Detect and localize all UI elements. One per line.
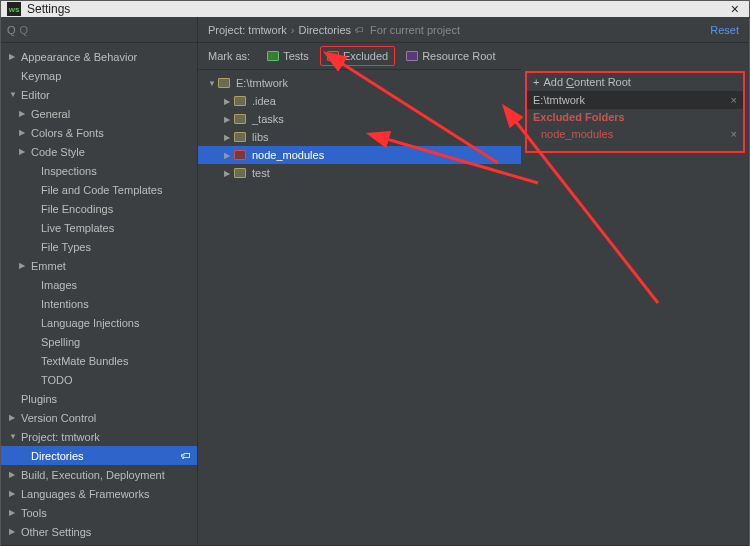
- mark-excluded-label: Excluded: [343, 50, 388, 62]
- dir-item--idea[interactable]: .idea: [198, 92, 521, 110]
- dir-item-test[interactable]: test: [198, 164, 521, 182]
- chevron-right-icon: [19, 128, 29, 137]
- sidebar-item-label: Emmet: [31, 260, 66, 272]
- sidebar-item-project-tmtwork[interactable]: Project: tmtwork: [1, 427, 197, 446]
- sidebar-item-label: Language Injections: [41, 317, 139, 329]
- sidebar-item-label: Colors & Fonts: [31, 127, 104, 139]
- dir-label: node_modules: [252, 149, 324, 161]
- sidebar-item-label: Directories: [31, 450, 84, 462]
- breadcrumb-page: Directories: [299, 24, 352, 36]
- sidebar-item-label: Languages & Frameworks: [21, 488, 149, 500]
- chevron-right-icon: [9, 527, 19, 536]
- chevron-right-icon: [224, 169, 234, 178]
- sidebar-item-label: File Encodings: [41, 203, 113, 215]
- add-content-root-button[interactable]: + Add Content Root: [527, 73, 743, 91]
- sidebar-item-images[interactable]: Images: [1, 275, 197, 294]
- window-title: Settings: [27, 2, 727, 16]
- chevron-down-icon: [9, 432, 19, 441]
- sidebar-item-directories[interactable]: Directories🏷: [1, 446, 197, 465]
- sidebar-item-code-style[interactable]: Code Style: [1, 142, 197, 161]
- remove-root-icon[interactable]: ×: [731, 94, 737, 106]
- sidebar-item-spelling[interactable]: Spelling: [1, 332, 197, 351]
- sidebar-item-label: Build, Execution, Deployment: [21, 469, 165, 481]
- sidebar-item-label: File Types: [41, 241, 91, 253]
- sidebar-item-language-injections[interactable]: Language Injections: [1, 313, 197, 332]
- sidebar-item-label: General: [31, 108, 70, 120]
- sidebar-item-languages-frameworks[interactable]: Languages & Frameworks: [1, 484, 197, 503]
- folder-icon: [234, 96, 246, 106]
- sidebar-item-intentions[interactable]: Intentions: [1, 294, 197, 313]
- title-bar: ws Settings ×: [1, 1, 749, 17]
- dir-label: test: [252, 167, 270, 179]
- sidebar-item-label: Live Templates: [41, 222, 114, 234]
- mark-resource-label: Resource Root: [422, 50, 495, 62]
- mark-excluded-button[interactable]: Excluded: [320, 46, 395, 66]
- sidebar-item-general[interactable]: General: [1, 104, 197, 123]
- reset-link[interactable]: Reset: [710, 24, 739, 36]
- dir-item-node-modules[interactable]: node_modules: [198, 146, 521, 164]
- chevron-right-icon: [224, 151, 234, 160]
- sidebar-item-editor[interactable]: Editor: [1, 85, 197, 104]
- mark-resource-button[interactable]: Resource Root: [399, 46, 502, 66]
- project-scope-icon: 🏷: [181, 450, 191, 461]
- sidebar-item-inspections[interactable]: Inspections: [1, 161, 197, 180]
- sidebar-item-label: Code Style: [31, 146, 85, 158]
- chevron-right-icon: [224, 115, 234, 124]
- mark-tests-label: Tests: [283, 50, 309, 62]
- content-root-path-label: E:\tmtwork: [533, 94, 585, 106]
- sidebar-item-emmet[interactable]: Emmet: [1, 256, 197, 275]
- sidebar-item-todo[interactable]: TODO: [1, 370, 197, 389]
- sidebar-item-label: Editor: [21, 89, 50, 101]
- content-roots-panel: + Add Content Root E:\tmtwork × Excluded…: [525, 71, 745, 153]
- sidebar-item-build-execution-deployment[interactable]: Build, Execution, Deployment: [1, 465, 197, 484]
- excluded-folder-icon: [327, 51, 339, 61]
- sidebar-item-file-encodings[interactable]: File Encodings: [1, 199, 197, 218]
- chevron-right-icon: [9, 52, 19, 61]
- dir-label: E:\tmtwork: [236, 77, 288, 89]
- sidebar-item-file-and-code-templates[interactable]: File and Code Templates: [1, 180, 197, 199]
- search-input[interactable]: [20, 24, 191, 36]
- sidebar-item-version-control[interactable]: Version Control: [1, 408, 197, 427]
- chevron-right-icon: [9, 508, 19, 517]
- project-scope-icon: 🏷: [355, 25, 364, 35]
- chevron-down-icon: [9, 90, 19, 99]
- excluded-folder-label: node_modules: [541, 128, 613, 140]
- sidebar-item-label: Appearance & Behavior: [21, 51, 137, 63]
- folder-icon: [234, 114, 246, 124]
- sidebar-item-appearance-behavior[interactable]: Appearance & Behavior: [1, 47, 197, 66]
- sidebar-item-label: Keymap: [21, 70, 61, 82]
- search-icon: Q: [7, 24, 16, 36]
- breadcrumb-project: Project: tmtwork: [208, 24, 287, 36]
- sidebar-item-plugins[interactable]: Plugins: [1, 389, 197, 408]
- sidebar-item-live-templates[interactable]: Live Templates: [1, 218, 197, 237]
- excluded-folder-item[interactable]: node_modules ×: [527, 125, 743, 143]
- chevron-right-icon: [224, 97, 234, 106]
- dir-item-libs[interactable]: libs: [198, 128, 521, 146]
- search-row: Q: [1, 17, 197, 43]
- chevron-right-icon: [19, 109, 29, 118]
- sidebar-item-label: Version Control: [21, 412, 96, 424]
- settings-tree: Appearance & BehaviorKeymapEditorGeneral…: [1, 43, 197, 545]
- chevron-right-icon: [224, 133, 234, 142]
- dir-root[interactable]: E:\tmtwork: [198, 74, 521, 92]
- sidebar-item-file-types[interactable]: File Types: [1, 237, 197, 256]
- sidebar-item-label: Other Settings: [21, 526, 91, 538]
- mark-tests-button[interactable]: Tests: [260, 46, 316, 66]
- sidebar-item-other-settings[interactable]: Other Settings: [1, 522, 197, 541]
- chevron-down-icon: [208, 79, 218, 88]
- sidebar-item-textmate-bundles[interactable]: TextMate Bundles: [1, 351, 197, 370]
- content-root-path[interactable]: E:\tmtwork ×: [527, 91, 743, 109]
- sidebar-item-label: Project: tmtwork: [21, 431, 100, 443]
- remove-excluded-icon[interactable]: ×: [731, 128, 737, 140]
- folder-icon: [234, 168, 246, 178]
- sidebar-item-label: Intentions: [41, 298, 89, 310]
- sidebar-item-keymap[interactable]: Keymap: [1, 66, 197, 85]
- tests-folder-icon: [267, 51, 279, 61]
- chevron-right-icon: [19, 147, 29, 156]
- dir-label: _tasks: [252, 113, 284, 125]
- sidebar-item-tools[interactable]: Tools: [1, 503, 197, 522]
- dir-item--tasks[interactable]: _tasks: [198, 110, 521, 128]
- sidebar-item-label: Inspections: [41, 165, 97, 177]
- sidebar-item-colors-fonts[interactable]: Colors & Fonts: [1, 123, 197, 142]
- close-icon[interactable]: ×: [727, 1, 743, 17]
